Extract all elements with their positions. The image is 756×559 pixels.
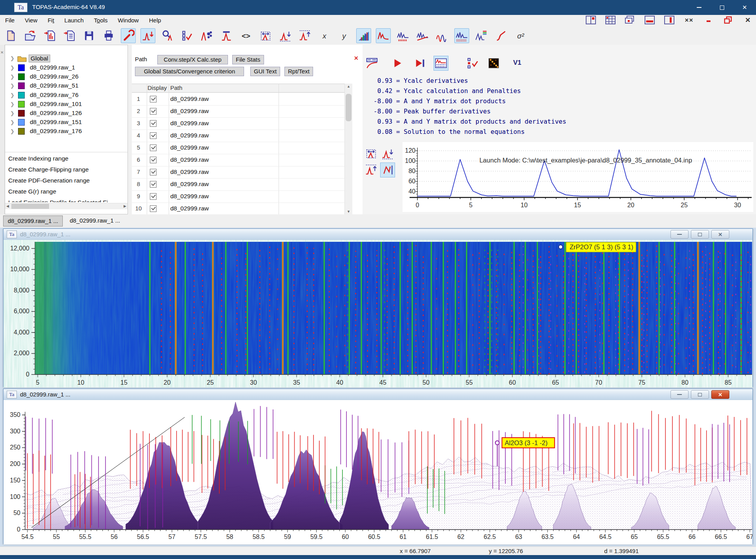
tree-item[interactable]: ❯d8_02999.raw_76	[5, 91, 128, 100]
close-child-icon[interactable]: ✕	[743, 16, 753, 24]
output-toolbar-surface-view[interactable]	[434, 56, 448, 71]
toolbar-code-editor[interactable]: <>	[239, 28, 253, 43]
output-toolbar-correlation-matrix[interactable]	[486, 56, 501, 71]
panel-grip[interactable]: ✕	[0, 45, 5, 214]
restore-child-icon[interactable]	[723, 16, 733, 24]
path-cell[interactable]: d8_02999.raw	[170, 156, 209, 163]
waterfall-plot[interactable]: 35030025020015010050054.55555.55656.5575…	[4, 400, 752, 544]
menu-help[interactable]: Help	[144, 15, 166, 26]
cascade-icon[interactable]	[625, 16, 635, 24]
menu-launch[interactable]: Launch	[59, 15, 89, 26]
scroll-down-icon[interactable]: ▼	[347, 210, 350, 214]
table-row[interactable]: 1d8_02999.raw	[132, 93, 344, 106]
toolbar-legend-view[interactable]	[474, 28, 489, 43]
toolbar-offset-view[interactable]	[395, 28, 410, 43]
heatmap-window[interactable]: Ta d8_02999.raw_1 ... ✕ 02,0004,0006,000…	[3, 228, 753, 387]
scrollbar-thumb[interactable]	[346, 94, 352, 121]
display-checkbox[interactable]	[150, 108, 157, 115]
chevron-right-icon[interactable]: ❯	[10, 74, 15, 80]
toolbar-overlay-view[interactable]	[435, 28, 450, 43]
table-row[interactable]: 8d8_02999.raw	[132, 179, 344, 191]
tree-item[interactable]: ❯d8_02999.raw_1	[5, 64, 128, 72]
menu-view[interactable]: View	[20, 15, 42, 26]
tree-item[interactable]: ❯d8_02999.raw_176	[5, 127, 128, 136]
menu-file[interactable]: File	[0, 15, 20, 26]
toolbar-import-scan[interactable]	[42, 28, 57, 43]
close-button[interactable]: ✕	[733, 0, 756, 15]
table-row[interactable]: 10d8_02999.raw	[132, 203, 344, 215]
scrollbar-thumb[interactable]	[11, 204, 49, 209]
tab-rpt-text[interactable]: Rpt/Text	[284, 67, 313, 76]
split-horizontal-icon[interactable]	[645, 16, 655, 24]
action-item[interactable]: Create PDF-Generation range	[8, 177, 90, 184]
output-toolbar-fit-report[interactable]	[364, 56, 379, 71]
toolbar-fourier-map[interactable]	[199, 28, 214, 43]
tab-path[interactable]: Path	[135, 56, 147, 62]
close-all-icon[interactable]: ✕✕	[684, 16, 694, 24]
display-checkbox[interactable]	[150, 169, 157, 175]
tree-item[interactable]: ❯d8_02999.raw_101	[5, 100, 128, 109]
tab-gui-text[interactable]: GUI Text	[250, 67, 280, 76]
action-item[interactable]: Create Charge-Flipping range	[8, 166, 89, 173]
toolbar-save[interactable]	[82, 28, 97, 43]
split-vertical-icon[interactable]	[664, 16, 674, 24]
tab-file-stats[interactable]: File Stats	[232, 55, 264, 64]
minimize-button[interactable]	[688, 0, 710, 15]
table-row[interactable]: 2d8_02999.raw	[132, 106, 344, 118]
table-row[interactable]: 9d8_02999.raw	[132, 191, 344, 203]
tree-item[interactable]: ❯d8_02999.raw_51	[5, 82, 128, 90]
table-row[interactable]: 4d8_02999.raw	[132, 130, 344, 142]
action-item[interactable]: Create G(r) range	[8, 188, 56, 195]
path-cell[interactable]: d8_02999.raw	[170, 205, 209, 212]
output-toolbar-run-to-end[interactable]	[412, 56, 427, 71]
toolbar-cumulative-curve[interactable]	[494, 28, 508, 43]
table-row[interactable]: 6d8_02999.raw	[132, 154, 344, 166]
path-cell[interactable]: d8_02999.raw	[170, 120, 209, 127]
toolbar-stack-view[interactable]	[356, 28, 371, 43]
table-row[interactable]: 3d8_02999.raw	[132, 118, 344, 130]
tab-global-stats-convergence-criterion[interactable]: Global Stats/Convergence criterion	[135, 67, 244, 76]
toolbar-y-label[interactable]: y	[337, 28, 352, 43]
path-cell[interactable]: d8_02999.raw	[170, 181, 209, 188]
scroll-right-icon[interactable]: ▶	[124, 204, 126, 208]
path-cell[interactable]: d8_02999.raw	[170, 95, 209, 102]
menu-fit[interactable]: Fit	[42, 15, 59, 26]
toolbar-peak-baseline[interactable]	[219, 28, 234, 43]
waterfall-window-titlebar[interactable]: Ta d8_02999.raw_1 ... ✕	[4, 389, 752, 400]
chevron-right-icon[interactable]: ❯	[10, 92, 15, 98]
path-cell[interactable]: d8_02999.raw	[170, 168, 209, 175]
display-checkbox[interactable]	[150, 132, 157, 139]
display-checkbox[interactable]	[150, 193, 157, 200]
toolbar-peak-search[interactable]	[160, 28, 175, 43]
horizontal-scrollbar[interactable]: ◀ ▶	[5, 203, 128, 209]
menu-window[interactable]: Window	[113, 15, 144, 26]
maximize-button[interactable]	[691, 230, 709, 239]
chart-tool-shift-down[interactable]	[380, 146, 395, 161]
toolbar-background-view[interactable]	[415, 28, 430, 43]
toolbar-new-file[interactable]	[3, 28, 18, 43]
toolbar-shift-up[interactable]	[297, 28, 312, 43]
tree-item-global[interactable]: ❯Global	[5, 54, 128, 63]
output-toolbar-fit-options[interactable]	[465, 56, 480, 71]
output-toolbar-run-fit[interactable]	[390, 56, 405, 71]
doc-tab[interactable]: d8_02999.raw_1 ...	[65, 216, 125, 227]
path-cell[interactable]: d8_02999.raw	[170, 132, 209, 139]
chevron-right-icon[interactable]: ❯	[10, 83, 15, 89]
display-checkbox[interactable]	[150, 205, 157, 212]
toolbar-single-view[interactable]	[376, 28, 391, 43]
toolbar-parameter-list[interactable]	[180, 28, 195, 43]
minimize-button[interactable]	[670, 230, 689, 239]
maximize-button[interactable]	[691, 390, 709, 399]
display-checkbox[interactable]	[150, 181, 157, 188]
tree-item[interactable]: ❯d8_02999.raw_126	[5, 109, 128, 118]
menu-tools[interactable]: Tools	[89, 15, 113, 26]
toolbar-sigma2[interactable]: σ²	[513, 28, 528, 43]
toolbar-shift-down[interactable]	[278, 28, 293, 43]
close-button[interactable]: ✕	[711, 230, 729, 239]
toolbar-open-file[interactable]	[23, 28, 38, 43]
minimize-child-icon[interactable]	[703, 16, 714, 24]
maximize-button[interactable]	[710, 0, 733, 15]
table-row[interactable]: 5d8_02999.raw	[132, 142, 344, 154]
doc-tab[interactable]: d8_02999.raw_1 ...	[3, 216, 63, 227]
table-row[interactable]: 7d8_02999.raw	[132, 166, 344, 179]
